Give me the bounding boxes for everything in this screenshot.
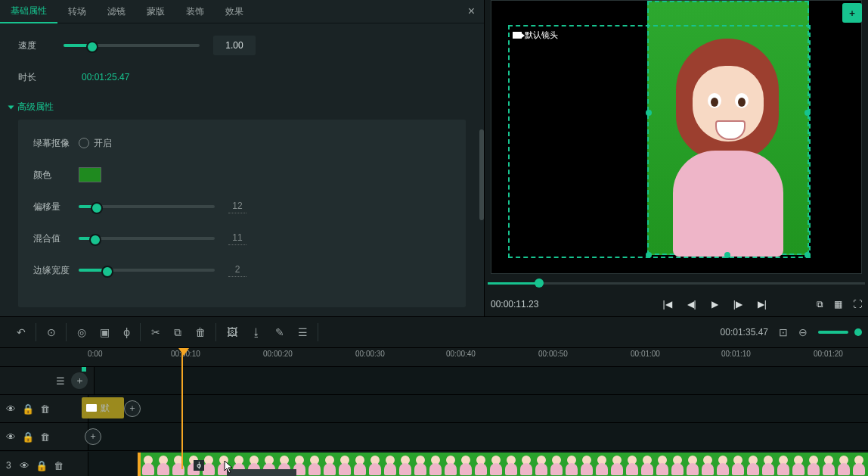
delete-button[interactable]: 🗑: [195, 326, 206, 338]
track-1: 👁 🔒 🗑 默 ＋: [0, 395, 868, 423]
track-lock-icon[interactable]: 🔒: [22, 431, 34, 443]
tab-decor[interactable]: 装饰: [175, 0, 215, 23]
track-delete-icon[interactable]: 🗑: [54, 460, 64, 471]
clip-thumbnail: [715, 453, 730, 476]
preview-scrubber[interactable]: [488, 280, 865, 286]
resize-handle[interactable]: [646, 252, 652, 258]
tab-filter[interactable]: 滤镜: [97, 0, 136, 23]
timeline-ruler[interactable]: 0:0000:00:1000:00:2000:00:3000:00:4000:0…: [0, 348, 868, 367]
track-3: 3 👁 🔒 🗑 ɸ 名称: 真人出镜 类型: 视频: [0, 451, 868, 476]
timeline-total-time: 00:01:35.47: [721, 327, 768, 338]
undo-button[interactable]: ↶: [17, 326, 26, 338]
clip-thumbnail: [171, 453, 186, 476]
edit-button[interactable]: ✎: [275, 326, 284, 338]
layers-button[interactable]: ☰: [298, 326, 308, 338]
edge-value[interactable]: 2: [228, 264, 246, 277]
split-button[interactable]: ɸ: [123, 326, 130, 338]
track-visible-icon[interactable]: 👁: [6, 431, 16, 443]
timeline-tracks: ☰ ＋ 👁 🔒 🗑 默 ＋ 👁 🔒 🗑 ＋ 3 👁 🔒 🗑: [0, 367, 868, 476]
export-button[interactable]: ⭳: [251, 326, 262, 338]
fullscreen-button[interactable]: ⛶: [853, 299, 862, 310]
ruler-tick: 00:01:20: [814, 350, 843, 358]
split-marker-icon[interactable]: ɸ: [194, 460, 204, 471]
focus-button[interactable]: ◎: [77, 326, 86, 338]
resize-handle[interactable]: [724, 252, 730, 258]
add-clip-button[interactable]: ＋: [85, 428, 101, 445]
track-visible-icon[interactable]: 👁: [6, 403, 16, 415]
prev-clip-button[interactable]: |◀: [662, 299, 671, 310]
chroma-enable-radio[interactable]: [79, 138, 89, 148]
clip-thumbnail: [307, 453, 322, 476]
panel-scrollbar[interactable]: [479, 129, 484, 220]
close-panel-button[interactable]: ×: [468, 5, 475, 18]
tab-effect[interactable]: 效果: [215, 0, 254, 23]
next-clip-button[interactable]: ▶|: [758, 299, 767, 310]
blend-slider[interactable]: [79, 237, 215, 240]
offset-slider[interactable]: [79, 205, 215, 208]
clip-thumbnail: [700, 453, 715, 476]
speed-slider[interactable]: [64, 44, 200, 47]
clip-thumbnail: [821, 453, 836, 476]
scene-clip[interactable]: 默: [82, 397, 124, 418]
clip-thumbnail: [746, 453, 761, 476]
resize-handle[interactable]: [646, 110, 652, 116]
step-back-button[interactable]: ◀|: [687, 299, 696, 310]
crop-button[interactable]: ✂: [151, 326, 160, 338]
ruler-tick: 00:00:20: [263, 350, 293, 358]
clip-thumbnail: [443, 453, 458, 476]
clip-thumbnail: [776, 453, 791, 476]
track-delete-icon[interactable]: 🗑: [40, 403, 50, 415]
clip-thumbnail: [625, 453, 640, 476]
ruler-tick: 00:00:30: [355, 350, 385, 358]
edge-slider[interactable]: [79, 269, 215, 272]
marker-button[interactable]: ⊙: [47, 326, 56, 338]
tab-basic[interactable]: 基础属性: [0, 0, 57, 23]
track-start-marker: [82, 367, 86, 372]
clip-thumbnail: [156, 453, 171, 476]
track-delete-icon[interactable]: 🗑: [40, 431, 50, 443]
preview-panel: 默认镜头 ＋ 00:00:11.23 |◀ ◀| ▶ |▶ ▶|: [485, 0, 868, 316]
tab-mask[interactable]: 蒙版: [136, 0, 175, 23]
track-2: 👁 🔒 🗑 ＋: [0, 423, 868, 451]
grid-button[interactable]: ▦: [834, 299, 842, 310]
track-visible-icon[interactable]: 👁: [20, 460, 29, 471]
preview-stage[interactable]: 默认镜头: [491, 0, 862, 274]
track-lock-icon[interactable]: 🔒: [22, 403, 34, 415]
resize-handle[interactable]: [804, 110, 811, 116]
add-track-button[interactable]: ＋: [71, 372, 88, 389]
add-layer-button[interactable]: ＋: [842, 3, 862, 23]
clip-thumbnail: [141, 453, 156, 476]
duration-value: 00:01:25.47: [82, 72, 129, 82]
clip-thumbnail: [609, 453, 625, 476]
clip-thumbnail: [413, 453, 428, 476]
resize-handle[interactable]: [804, 252, 811, 258]
clip-thumbnail: [488, 453, 504, 476]
clip-thumbnail: [458, 453, 473, 476]
crop-frame-button[interactable]: ▣: [100, 326, 110, 338]
snapshot-button[interactable]: ⧉: [817, 299, 823, 310]
image-button[interactable]: 🖼: [227, 326, 237, 338]
clip-thumbnail: [730, 453, 746, 476]
ruler-tick: 00:00:50: [538, 350, 568, 358]
playhead[interactable]: [181, 348, 183, 469]
track-options-button[interactable]: ☰: [56, 375, 65, 387]
add-clip-button[interactable]: ＋: [124, 400, 141, 417]
speed-value-input[interactable]: 1.00: [213, 36, 256, 55]
tab-transition[interactable]: 转场: [57, 0, 97, 23]
camera-icon: [86, 404, 97, 412]
blend-value[interactable]: 11: [228, 232, 246, 245]
fit-button[interactable]: ⊡: [779, 326, 788, 338]
track-label: 3: [6, 460, 14, 471]
clip-thumbnail: [367, 453, 383, 476]
copy-button[interactable]: ⧉: [174, 326, 181, 339]
track-lock-icon[interactable]: 🔒: [36, 460, 48, 471]
zoom-slider[interactable]: [818, 331, 848, 334]
selection-box[interactable]: 默认镜头: [508, 25, 811, 258]
chroma-color-swatch[interactable]: [79, 167, 101, 182]
chroma-label: 绿幕抠像: [33, 137, 79, 150]
step-fwd-button[interactable]: |▶: [733, 299, 742, 310]
advanced-header[interactable]: 高级属性: [9, 101, 466, 114]
play-button[interactable]: ▶: [711, 299, 718, 310]
zoom-out-button[interactable]: ⊖: [798, 326, 808, 338]
offset-value[interactable]: 12: [228, 201, 246, 213]
